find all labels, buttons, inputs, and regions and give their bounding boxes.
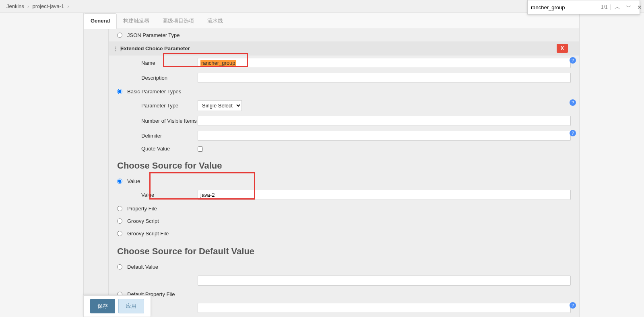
find-close-icon[interactable]: ✕: [636, 3, 644, 11]
param-type-label: Parameter Type: [141, 103, 198, 109]
find-next-icon[interactable]: ﹀: [624, 3, 633, 12]
json-parameter-type-label: JSON Parameter Type: [127, 32, 180, 38]
default-property-file-input[interactable]: [198, 303, 571, 313]
json-parameter-type-radio[interactable]: [117, 33, 122, 38]
groovy-script-file-label: Groovy Script File: [127, 231, 169, 237]
find-prev-icon[interactable]: ︿: [613, 3, 622, 12]
tab-advanced-options[interactable]: 高级项目选项: [156, 13, 201, 29]
delimiter-label: Delimiter: [141, 133, 198, 139]
default-value-input[interactable]: [198, 276, 571, 286]
delimiter-input[interactable]: [198, 131, 571, 141]
property-file-radio[interactable]: [117, 206, 122, 211]
breadcrumb-sep-icon: ›: [67, 3, 69, 9]
sidebar-spacer: [0, 13, 83, 317]
name-value-highlighted: rancher_group: [200, 60, 236, 66]
bottom-action-bar: 保存 应用: [83, 295, 151, 317]
basic-param-types-radio[interactable]: [117, 89, 122, 94]
find-in-page-bar: 1/1 ︿ ﹀ ✕: [527, 0, 640, 14]
groovy-script-radio[interactable]: [117, 218, 122, 224]
name-input[interactable]: rancher_group: [198, 58, 571, 68]
drag-handle-icon[interactable]: ⋮⋮: [113, 45, 124, 51]
extended-choice-header: ⋮⋮ Extended Choice Parameter X: [109, 41, 579, 56]
quote-value-label: Quote Value: [141, 146, 198, 152]
delete-button[interactable]: X: [557, 44, 568, 53]
source-value-title: Choose Source for Value: [109, 154, 579, 175]
form-body[interactable]: JSON Parameter Type ⋮⋮ Extended Choice P…: [84, 29, 579, 317]
breadcrumb-sep-icon: ›: [27, 3, 29, 9]
tab-build-triggers[interactable]: 构建触发器: [117, 13, 156, 29]
value-radio[interactable]: [117, 179, 122, 184]
description-input[interactable]: [198, 73, 571, 83]
param-type-select[interactable]: Single Select: [198, 100, 242, 111]
extended-choice-title: Extended Choice Parameter: [120, 45, 190, 51]
quote-value-checkbox[interactable]: [198, 146, 203, 152]
find-match-count: 1/1: [601, 4, 611, 10]
description-label: Description: [141, 75, 198, 81]
default-value-label: Default Value: [127, 264, 158, 270]
visible-items-label: Number of Visible Items: [141, 118, 198, 124]
default-value-radio[interactable]: [117, 264, 122, 270]
help-icon[interactable]: ?: [570, 99, 576, 106]
help-icon[interactable]: ?: [570, 302, 576, 309]
groovy-script-file-radio[interactable]: [117, 231, 122, 236]
breadcrumb-project[interactable]: project-java-1: [32, 3, 64, 9]
breadcrumb-jenkins[interactable]: Jenkins: [6, 3, 24, 9]
apply-button[interactable]: 应用: [118, 299, 144, 313]
help-icon[interactable]: ?: [570, 130, 576, 136]
property-file-label: Property File: [127, 206, 157, 212]
source-default-title: Choose Source for Default Value: [109, 240, 579, 261]
tab-pipeline[interactable]: 流水线: [201, 13, 230, 29]
value-input[interactable]: [198, 190, 571, 200]
find-input[interactable]: [531, 4, 599, 10]
help-icon[interactable]: ?: [570, 57, 576, 64]
basic-param-types-label: Basic Parameter Types: [127, 89, 181, 95]
config-tabs: General 构建触发器 高级项目选项 流水线: [84, 13, 579, 29]
value-radio-label: Value: [127, 178, 140, 184]
save-button[interactable]: 保存: [90, 299, 115, 313]
groovy-script-label: Groovy Script: [127, 218, 159, 224]
visible-items-input[interactable]: [198, 116, 571, 126]
tab-general[interactable]: General: [84, 13, 117, 29]
name-label: Name: [141, 60, 198, 66]
value-label: Value: [141, 192, 198, 198]
